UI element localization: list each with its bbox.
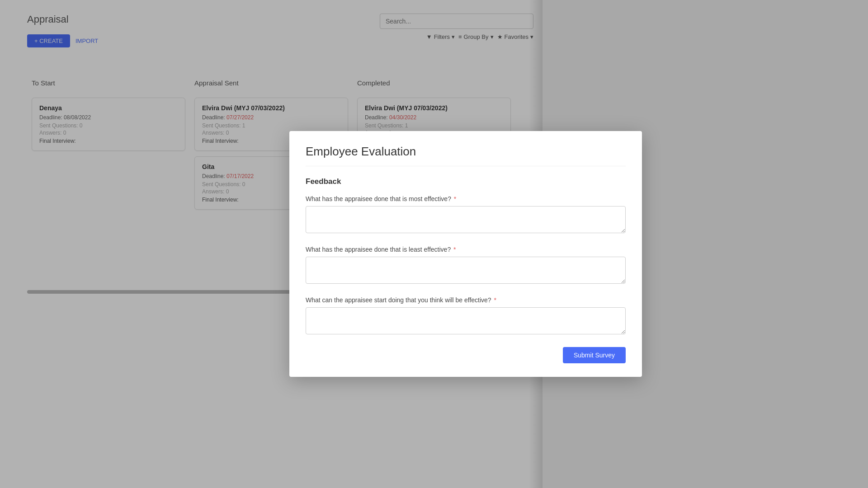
employee-evaluation-modal: Employee Evaluation Feedback What has th… <box>289 131 642 377</box>
modal-title: Employee Evaluation <box>306 145 626 166</box>
feedback-section-title: Feedback <box>306 177 626 186</box>
label-least-effective: What has the appraisee done that is leas… <box>306 246 626 253</box>
field-start-doing: What can the appraisee start doing that … <box>306 296 626 336</box>
textarea-least-effective[interactable] <box>306 257 626 284</box>
textarea-start-doing[interactable] <box>306 307 626 334</box>
field-least-effective: What has the appraisee done that is leas… <box>306 246 626 286</box>
field-most-effective: What has the appraisee done that is most… <box>306 195 626 235</box>
textarea-most-effective[interactable] <box>306 206 626 233</box>
label-start-doing: What can the appraisee start doing that … <box>306 296 626 304</box>
submit-survey-button[interactable]: Submit Survey <box>563 347 626 363</box>
label-most-effective: What has the appraisee done that is most… <box>306 195 626 202</box>
